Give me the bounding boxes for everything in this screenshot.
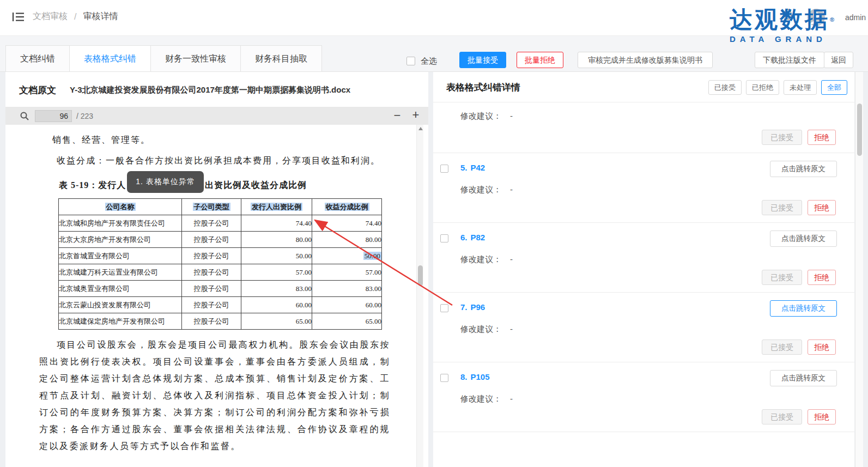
scroll-up-icon[interactable] <box>418 127 423 130</box>
accepted-button[interactable]: 已接受 <box>762 339 802 355</box>
tab-financial-consistency[interactable]: 财务一致性审核 <box>151 46 241 71</box>
suggestion-row: 修改建议：- <box>460 394 854 405</box>
table-row: 北京大京房地产开发有限公司 控股子公司 80.00 80.00 <box>59 232 382 248</box>
select-all-label: 全选 <box>421 56 437 66</box>
user-avatar[interactable] <box>808 9 825 26</box>
tab-table-format-correction[interactable]: 表格格式纠错 <box>70 46 151 71</box>
username-label: admin <box>845 13 866 22</box>
document-original-label: 文档原文 <box>19 84 56 96</box>
reject-button[interactable]: 拒绝 <box>808 200 836 215</box>
jump-to-original-button[interactable]: 点击跳转原文 <box>770 161 837 177</box>
batch-accept-button[interactable]: 批量接受 <box>459 52 506 68</box>
table-row: 北京城建保定房地产开发有限公司 控股子公司 65.00 65.00 <box>59 313 382 330</box>
document-filename: Y-3北京城建投资发展股份有限公司2017年度第一期中期票据募集说明书.docx <box>70 85 350 95</box>
reject-button[interactable]: 拒绝 <box>808 409 836 424</box>
notification-bell-icon[interactable] <box>781 8 794 21</box>
header-company-name: 公司名称 <box>105 203 136 211</box>
filter-accepted[interactable]: 已接受 <box>708 80 742 95</box>
breadcrumb-separator: / <box>74 12 76 22</box>
filter-rejected[interactable]: 已拒绝 <box>746 80 779 95</box>
correction-list: 修改建议：- 已接受 拒绝 5.P42 点击跳转原文 修改建议：- 已接受 拒绝 <box>433 102 854 467</box>
breadcrumb: 文档审核 / 审核详情 <box>33 11 118 22</box>
reject-button[interactable]: 拒绝 <box>808 130 836 145</box>
list-item-p82: 6.P82 点击跳转原文 修改建议：- 已接受 拒绝 <box>433 223 854 293</box>
filter-group: 已接受 已拒绝 未处理 全部 <box>708 80 847 95</box>
suggestion-value: - <box>510 111 513 120</box>
page-total-label: / 223 <box>76 112 93 120</box>
document-scrollbar-thumb[interactable] <box>418 265 423 286</box>
suggestion-label: 修改建议： <box>460 394 501 403</box>
reject-button[interactable]: 拒绝 <box>808 270 836 285</box>
panel-title: 表格格式纠错详情 <box>446 81 520 94</box>
document-header: 文档原文 Y-3北京城建投资发展股份有限公司2017年度第一期中期票据募集说明书… <box>5 72 428 107</box>
tab-strip: 文档纠错 表格格式纠错 财务一致性审核 财务科目抽取 全选 批量接受 批量拒绝 … <box>0 36 868 72</box>
accepted-button[interactable]: 已接受 <box>762 409 802 424</box>
tabs-group: 文档纠错 表格格式纠错 财务一致性审核 财务科目抽取 <box>5 45 322 71</box>
jump-to-original-button[interactable]: 点击跳转原文 <box>770 231 837 247</box>
accepted-button[interactable]: 已接受 <box>762 130 802 145</box>
filter-unprocessed[interactable]: 未处理 <box>784 80 817 95</box>
page-scrollbar[interactable] <box>855 72 863 467</box>
list-item-p42: 5.P42 点击跳转原文 修改建议：- 已接受 拒绝 <box>433 153 854 223</box>
breadcrumb-doc-review[interactable]: 文档审核 <box>33 11 68 22</box>
suggestion-row: 修改建议：- <box>460 324 854 335</box>
table-header-row: 公司名称 子公司类型 发行人出资比例 收益分成比例 <box>59 199 382 215</box>
table-caption-left: 表 5-19：发行人 <box>59 180 126 191</box>
doc-paragraph-1: 销售、经营、管理等。 <box>52 135 390 146</box>
doc-paragraph-2: 收益分成：一般各合作方按出资比例承担成本费用，分享项目收益和利润。 <box>39 152 390 169</box>
search-icon[interactable] <box>20 111 29 121</box>
header-profit-ratio: 收益分成比例 <box>325 203 369 211</box>
item-title: 8.P105 <box>460 372 490 381</box>
select-all-checkbox[interactable] <box>406 57 415 65</box>
filter-all[interactable]: 全部 <box>821 80 847 95</box>
menu-fold-icon[interactable] <box>11 10 25 24</box>
page-number-input[interactable] <box>35 110 72 122</box>
item-checkbox[interactable] <box>440 234 448 242</box>
suggestion-row: 修改建议：- <box>460 185 854 196</box>
suggestion-value: - <box>510 324 513 333</box>
suggestion-value: - <box>510 254 513 264</box>
list-item-p96: 7.P96 点击跳转原文 修改建议：- 已接受 拒绝 <box>433 293 854 362</box>
zoom-in-button[interactable]: + <box>410 108 422 122</box>
document-page: 销售、经营、管理等。 收益分成：一般各合作方按出资比例承担成本费用，分享项目收益… <box>5 125 428 467</box>
batch-reject-button[interactable]: 批量拒绝 <box>517 52 563 68</box>
suggestion-label: 修改建议： <box>460 111 501 120</box>
document-scrollbar[interactable] <box>416 125 423 467</box>
jump-to-original-button[interactable]: 点击跳转原文 <box>770 370 837 386</box>
suggestion-label: 修改建议： <box>460 324 501 333</box>
suggestion-label: 修改建议： <box>460 254 501 264</box>
accepted-button[interactable]: 已接受 <box>762 270 802 285</box>
item-title: 7.P96 <box>460 302 485 312</box>
item-title: 6.P82 <box>460 233 485 242</box>
table-row: 北京首城置业有限公司 控股子公司 50.00 50.00 <box>59 248 382 264</box>
accepted-button[interactable]: 已接受 <box>762 200 802 215</box>
anomaly-tooltip: 1. 表格单位异常 <box>127 171 204 193</box>
back-button[interactable]: 返回 <box>824 52 853 68</box>
zoom-out-button[interactable]: − <box>391 108 403 123</box>
table-row: 北京城奥置业有限公司 控股子公司 83.00 83.00 <box>59 281 382 297</box>
document-toolbar: / 223 − + <box>5 107 428 125</box>
suggestion-label: 修改建议： <box>460 185 501 194</box>
item-title: 5.P42 <box>460 163 485 172</box>
download-annotated-button[interactable]: 下载批注版文件 <box>755 52 824 68</box>
doc-paragraph-3: 项目公司设股东会，股东会是项目公司最高权力机构。股东会会议由股东按照出资比例行使… <box>39 336 390 454</box>
jump-to-original-button[interactable]: 点击跳转原文 <box>770 300 837 317</box>
table-row: 北京城和房地产开发有限责任公司 控股子公司 74.40 74.40 <box>59 215 382 232</box>
panel-header: 表格格式纠错详情 已接受 已拒绝 未处理 全部 <box>433 72 854 102</box>
tab-financial-subject-extract[interactable]: 财务科目抽取 <box>241 46 322 71</box>
item-checkbox[interactable] <box>440 165 448 173</box>
reject-button[interactable]: 拒绝 <box>808 339 836 355</box>
suggestion-row: 修改建议：- <box>460 111 854 122</box>
item-checkbox[interactable] <box>440 374 448 382</box>
breadcrumb-review-detail: 审核详情 <box>83 11 118 22</box>
header-subsidiary-type: 子公司类型 <box>193 203 230 211</box>
item-checkbox[interactable] <box>440 304 448 312</box>
finish-generate-button[interactable]: 审核完成并生成修改版募集说明书 <box>578 52 713 68</box>
page-scrollbar-thumb[interactable] <box>857 104 862 156</box>
table-caption-right: 出资比例及收益分成比例 <box>205 180 307 191</box>
subsidiary-ratio-table: 公司名称 子公司类型 发行人出资比例 收益分成比例 北京城和房地产开发有限责任公… <box>58 198 382 330</box>
tab-doc-correction[interactable]: 文档纠错 <box>6 46 70 71</box>
table-row: 北京云蒙山投资发展有限公司 控股子公司 60.00 60.00 <box>59 297 382 313</box>
table-row: 北京城建万科天运置业有限公司 控股子公司 57.00 57.00 <box>59 264 382 281</box>
suggestion-row: 修改建议：- <box>460 254 854 265</box>
